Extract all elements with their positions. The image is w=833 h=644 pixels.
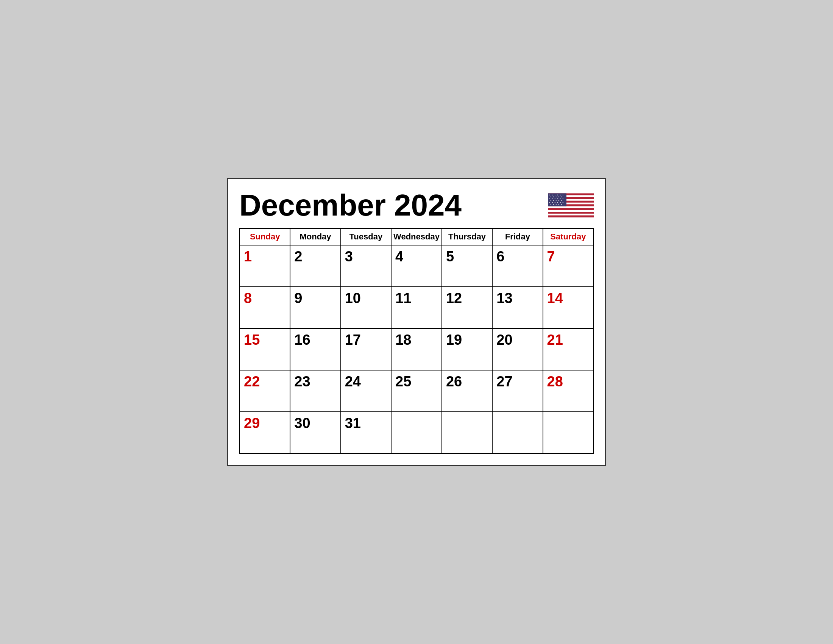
day-cell-4-6 — [543, 412, 593, 454]
day-cell-4-3 — [391, 412, 442, 454]
svg-text:★: ★ — [554, 201, 556, 203]
svg-rect-12 — [548, 216, 594, 217]
svg-text:★: ★ — [558, 203, 560, 205]
day-cell-3-3: 25 — [391, 370, 442, 412]
svg-text:★: ★ — [553, 203, 554, 205]
week-row-5: 293031 — [240, 412, 593, 454]
svg-text:★: ★ — [555, 196, 557, 198]
day-cell-0-6: 7 — [543, 245, 593, 287]
svg-text:★: ★ — [554, 194, 556, 196]
svg-text:★: ★ — [560, 194, 561, 196]
calendar-header: December 2024 — [239, 190, 594, 221]
day-cell-1-6: 14 — [543, 287, 593, 328]
day-cell-4-0: 29 — [240, 412, 290, 454]
svg-text:★: ★ — [549, 194, 550, 196]
svg-text:★: ★ — [553, 200, 554, 201]
day-cell-2-6: 21 — [543, 328, 593, 370]
svg-text:★: ★ — [550, 196, 552, 198]
header-friday: Friday — [492, 229, 543, 245]
header-tuesday: Tuesday — [341, 229, 391, 245]
header-monday: Monday — [290, 229, 340, 245]
svg-rect-9 — [548, 210, 594, 212]
week-row-3: 15161718192021 — [240, 328, 593, 370]
day-cell-1-4: 12 — [442, 287, 492, 328]
header-thursday: Thursday — [442, 229, 492, 245]
day-cell-3-2: 24 — [341, 370, 391, 412]
day-cell-3-4: 26 — [442, 370, 492, 412]
day-cell-3-0: 22 — [240, 370, 290, 412]
svg-text:★: ★ — [557, 201, 558, 203]
svg-text:★: ★ — [562, 201, 564, 203]
day-cell-0-1: 2 — [290, 245, 340, 287]
day-cell-4-4 — [442, 412, 492, 454]
day-cell-2-4: 19 — [442, 328, 492, 370]
day-cell-1-5: 13 — [492, 287, 543, 328]
header-sunday: Sunday — [240, 229, 290, 245]
us-flag: ★★★★★★ ★★★★★ ★★★★★★ ★★★★★ ★★★★★★ ★★★★★ — [548, 190, 594, 221]
day-cell-2-3: 18 — [391, 328, 442, 370]
day-cell-3-6: 28 — [543, 370, 593, 412]
day-cell-4-5 — [492, 412, 543, 454]
day-cell-1-0: 8 — [240, 287, 290, 328]
svg-rect-11 — [548, 214, 594, 216]
week-row-1: 1234567 — [240, 245, 593, 287]
calendar-page: December 2024 — [227, 178, 606, 466]
header-saturday: Saturday — [543, 229, 593, 245]
svg-rect-7 — [548, 206, 594, 208]
svg-text:★: ★ — [558, 200, 560, 201]
svg-text:★: ★ — [561, 203, 562, 205]
day-cell-2-1: 16 — [290, 328, 340, 370]
svg-text:★: ★ — [554, 198, 556, 200]
svg-text:★: ★ — [552, 194, 553, 196]
day-cell-4-1: 30 — [290, 412, 340, 454]
day-cell-3-1: 23 — [290, 370, 340, 412]
svg-rect-10 — [548, 212, 594, 214]
us-flag-svg: ★★★★★★ ★★★★★ ★★★★★★ ★★★★★ ★★★★★★ ★★★★★ — [548, 190, 594, 221]
day-cell-2-0: 15 — [240, 328, 290, 370]
svg-text:★: ★ — [562, 194, 564, 196]
svg-text:★: ★ — [550, 200, 552, 201]
svg-text:★: ★ — [553, 196, 554, 198]
week-row-2: 891011121314 — [240, 287, 593, 328]
day-cell-0-5: 6 — [492, 245, 543, 287]
day-cell-0-4: 5 — [442, 245, 492, 287]
day-cell-1-1: 9 — [290, 287, 340, 328]
svg-text:★: ★ — [560, 198, 561, 200]
svg-text:★: ★ — [560, 201, 561, 203]
svg-text:★: ★ — [562, 198, 564, 200]
week-row-4: 22232425262728 — [240, 370, 593, 412]
day-cell-4-2: 31 — [341, 412, 391, 454]
day-cell-0-3: 4 — [391, 245, 442, 287]
svg-text:★: ★ — [552, 201, 553, 203]
svg-text:★: ★ — [552, 198, 553, 200]
svg-text:★: ★ — [550, 203, 552, 205]
calendar-body: 1234567891011121314151617181920212223242… — [240, 245, 593, 454]
svg-text:★: ★ — [561, 196, 562, 198]
day-cell-2-5: 20 — [492, 328, 543, 370]
svg-text:★: ★ — [558, 196, 560, 198]
header-wednesday: Wednesday — [391, 229, 442, 245]
day-cell-1-3: 11 — [391, 287, 442, 328]
day-cell-3-5: 27 — [492, 370, 543, 412]
day-cell-1-2: 10 — [341, 287, 391, 328]
calendar-table: Sunday Monday Tuesday Wednesday Thursday… — [239, 228, 594, 454]
svg-text:★: ★ — [555, 200, 557, 201]
day-cell-0-0: 1 — [240, 245, 290, 287]
days-header-row: Sunday Monday Tuesday Wednesday Thursday… — [240, 229, 593, 245]
svg-text:★: ★ — [561, 200, 562, 201]
svg-rect-8 — [548, 208, 594, 210]
svg-text:★: ★ — [555, 203, 557, 205]
svg-text:★: ★ — [557, 194, 558, 196]
day-cell-0-2: 3 — [341, 245, 391, 287]
svg-text:★: ★ — [549, 201, 550, 203]
svg-text:★: ★ — [557, 198, 558, 200]
day-cell-2-2: 17 — [341, 328, 391, 370]
month-title: December 2024 — [239, 190, 462, 221]
svg-text:★: ★ — [549, 198, 550, 200]
